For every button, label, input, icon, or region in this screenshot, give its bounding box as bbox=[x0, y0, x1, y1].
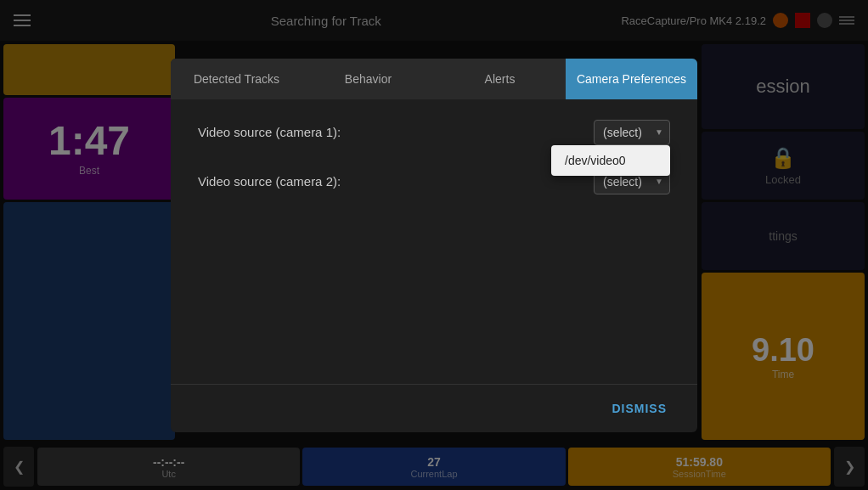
camera1-dropdown: /dev/video0 bbox=[551, 145, 670, 176]
modal-tabs: Detected Tracks Behavior Alerts Camera P… bbox=[171, 59, 697, 99]
dismiss-button[interactable]: DISMISS bbox=[601, 395, 677, 422]
camera2-label: Video source (camera 2): bbox=[198, 174, 341, 189]
modal-body: Video source (camera 1): (select) ▼ /dev… bbox=[171, 99, 697, 384]
tab-alerts[interactable]: Alerts bbox=[434, 59, 566, 99]
dropdown-item-video0[interactable]: /dev/video0 bbox=[551, 145, 670, 176]
camera1-select-wrapper: (select) ▼ /dev/video0 bbox=[594, 120, 670, 145]
tab-behavior[interactable]: Behavior bbox=[302, 59, 434, 99]
camera1-label: Video source (camera 1): bbox=[198, 125, 341, 139]
tab-camera-preferences[interactable]: Camera Preferences bbox=[566, 59, 697, 99]
camera1-row: Video source (camera 1): (select) ▼ /dev… bbox=[198, 120, 670, 145]
modal-footer: DISMISS bbox=[171, 384, 697, 432]
modal-dialog: Detected Tracks Behavior Alerts Camera P… bbox=[171, 59, 697, 432]
camera1-select[interactable]: (select) bbox=[594, 120, 670, 145]
modal-overlay: Detected Tracks Behavior Alerts Camera P… bbox=[0, 0, 868, 490]
tab-detected-tracks[interactable]: Detected Tracks bbox=[171, 59, 302, 99]
